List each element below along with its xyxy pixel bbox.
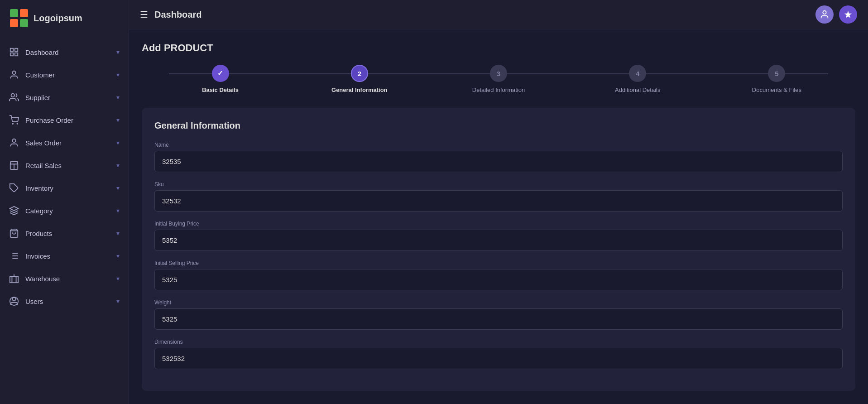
sidebar-item-label-invoices: Invoices xyxy=(25,252,50,260)
sidebar-item-label-supplier: Supplier xyxy=(25,94,50,101)
sparkle-button[interactable] xyxy=(839,5,857,24)
sparkle-icon xyxy=(844,10,853,19)
step-additional-details[interactable]: 4 Additional Details xyxy=(568,65,707,93)
topbar-right xyxy=(815,5,857,24)
step-label-detailed-information: Detailed Information xyxy=(472,87,525,93)
form-section-title: General Information xyxy=(154,120,843,131)
stepper: ✓ Basic Details 2 General Information 3 … xyxy=(142,65,855,93)
chevron-down-icon: ▾ xyxy=(116,139,120,146)
weight-input[interactable] xyxy=(154,308,843,330)
sidebar-item-label-inventory: Inventory xyxy=(25,184,53,192)
avatar-button[interactable] xyxy=(815,5,834,24)
sidebar-item-purchase-order[interactable]: Purchase Order ▾ xyxy=(0,109,129,131)
sidebar-item-label-warehouse: Warehouse xyxy=(25,275,60,283)
sidebar: Logoipsum Dashboard ▾ Customer ▾ xyxy=(0,0,129,404)
sku-input[interactable] xyxy=(154,190,843,212)
svg-rect-5 xyxy=(15,48,18,51)
form-field-sku: Sku xyxy=(154,181,843,212)
topbar-title: Dashboard xyxy=(154,10,201,20)
person-icon xyxy=(9,70,19,80)
step-label-basic-details: Basic Details xyxy=(202,87,239,93)
svg-rect-2 xyxy=(10,19,18,27)
svg-rect-23 xyxy=(10,276,18,283)
svg-point-8 xyxy=(12,71,15,74)
chevron-down-icon: ▾ xyxy=(116,48,120,56)
content-area: Add PRODUCT ✓ Basic Details 2 General In… xyxy=(129,29,868,404)
step-documents-files[interactable]: 5 Documents & Files xyxy=(707,65,846,93)
svg-rect-1 xyxy=(20,9,28,17)
sidebar-item-dashboard[interactable]: Dashboard ▾ xyxy=(0,41,129,63)
step-label-documents-files: Documents & Files xyxy=(752,87,801,93)
building-icon xyxy=(9,274,19,284)
list-icon xyxy=(9,251,19,261)
tag-icon xyxy=(9,183,19,193)
svg-rect-4 xyxy=(10,48,13,51)
topbar: ☰ Dashboard xyxy=(129,0,868,29)
sidebar-logo: Logoipsum xyxy=(0,0,129,36)
logo-text: Logoipsum xyxy=(34,13,82,24)
step-basic-details[interactable]: ✓ Basic Details xyxy=(151,65,290,93)
chevron-down-icon: ▾ xyxy=(116,116,120,124)
sidebar-item-supplier[interactable]: Supplier ▾ xyxy=(0,86,129,109)
field-label-sku: Sku xyxy=(154,181,843,188)
sidebar-item-users[interactable]: Users ▾ xyxy=(0,290,129,313)
form-field-dimensions: Dimensions xyxy=(154,339,843,369)
svg-point-10 xyxy=(12,123,13,124)
step-label-general-information: General Information xyxy=(331,87,388,93)
hamburger-icon[interactable]: ☰ xyxy=(140,9,148,20)
sidebar-item-label-products: Products xyxy=(25,230,52,237)
form-field-weight: Weight xyxy=(154,299,843,330)
svg-point-26 xyxy=(12,298,15,301)
step-general-information[interactable]: 2 General Information xyxy=(290,65,429,93)
step-circle-detailed-information: 3 xyxy=(490,65,507,82)
cart-icon xyxy=(9,115,19,125)
sidebar-item-sales-order[interactable]: Sales Order ▾ xyxy=(0,131,129,154)
sidebar-item-category[interactable]: Category ▾ xyxy=(0,199,129,222)
chevron-down-icon: ▾ xyxy=(116,71,120,78)
layers-icon xyxy=(9,206,19,216)
form-field-name: Name xyxy=(154,142,843,172)
svg-point-12 xyxy=(12,139,15,142)
initial-selling-price-input[interactable] xyxy=(154,269,843,290)
svg-point-9 xyxy=(11,94,14,97)
sidebar-item-customer[interactable]: Customer ▾ xyxy=(0,63,129,86)
chevron-down-icon: ▾ xyxy=(116,298,120,305)
sidebar-nav: Dashboard ▾ Customer ▾ xyxy=(0,36,129,404)
sidebar-item-products[interactable]: Products ▾ xyxy=(0,222,129,245)
sidebar-item-label-users: Users xyxy=(25,298,43,305)
topbar-left: ☰ Dashboard xyxy=(140,9,201,20)
svg-point-11 xyxy=(17,123,18,124)
sidebar-item-label-category: Category xyxy=(25,207,53,215)
field-label-initial-selling-price: Initial Selling Price xyxy=(154,260,843,266)
chevron-down-icon: ▾ xyxy=(116,207,120,214)
form-field-initial-buying-price: Initial Buying Price xyxy=(154,221,843,251)
shop-icon xyxy=(9,160,19,170)
initial-buying-price-input[interactable] xyxy=(154,230,843,251)
step-circle-basic-details: ✓ xyxy=(212,65,229,82)
svg-rect-7 xyxy=(15,53,18,56)
name-input[interactable] xyxy=(154,151,843,172)
chevron-down-icon: ▾ xyxy=(116,230,120,237)
sidebar-item-retail-sales[interactable]: Retail Sales ▾ xyxy=(0,154,129,177)
sidebar-item-warehouse[interactable]: Warehouse ▾ xyxy=(0,267,129,290)
chevron-down-icon: ▾ xyxy=(116,162,120,169)
step-label-additional-details: Additional Details xyxy=(615,87,660,93)
user-icon xyxy=(820,10,830,19)
sidebar-item-label-purchase-order: Purchase Order xyxy=(25,116,73,124)
chevron-down-icon: ▾ xyxy=(116,252,120,260)
field-label-dimensions: Dimensions xyxy=(154,339,843,345)
sidebar-item-inventory[interactable]: Inventory ▾ xyxy=(0,177,129,199)
chevron-down-icon: ▾ xyxy=(116,184,120,192)
page-title: Add PRODUCT xyxy=(142,42,855,54)
person-badge-icon xyxy=(9,138,19,148)
person-circle-icon xyxy=(9,296,19,306)
field-label-weight: Weight xyxy=(154,299,843,306)
step-detailed-information[interactable]: 3 Detailed Information xyxy=(429,65,568,93)
step-circle-documents-files: 5 xyxy=(768,65,785,82)
field-label-name: Name xyxy=(154,142,843,148)
chevron-down-icon: ▾ xyxy=(116,94,120,101)
grid-icon xyxy=(9,47,19,57)
sidebar-item-invoices[interactable]: Invoices ▾ xyxy=(0,245,129,267)
dimensions-input[interactable] xyxy=(154,348,843,369)
bag-icon xyxy=(9,228,19,238)
